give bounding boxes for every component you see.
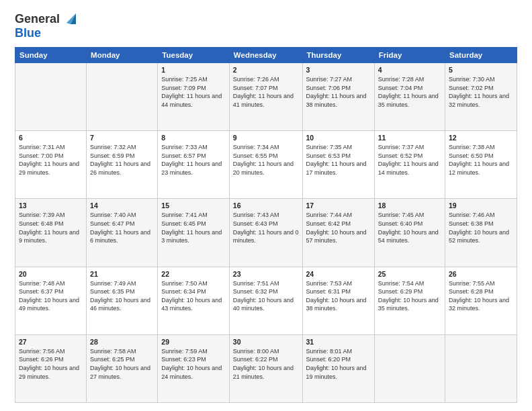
calendar-cell: 21Sunrise: 7:49 AM Sunset: 6:35 PM Dayli… xyxy=(87,267,158,334)
cell-info: Sunrise: 7:53 AM Sunset: 6:31 PM Dayligh… xyxy=(306,279,371,313)
day-number: 12 xyxy=(449,134,513,142)
cell-info: Sunrise: 7:37 AM Sunset: 6:52 PM Dayligh… xyxy=(378,143,441,177)
cell-info: Sunrise: 7:40 AM Sunset: 6:47 PM Dayligh… xyxy=(90,211,154,244)
calendar-table: SundayMondayTuesdayWednesdayThursdayFrid… xyxy=(15,47,517,403)
calendar-cell: 27Sunrise: 7:56 AM Sunset: 6:26 PM Dayli… xyxy=(15,334,87,402)
cell-info: Sunrise: 7:25 AM Sunset: 7:09 PM Dayligh… xyxy=(161,75,226,109)
calendar-cell: 14Sunrise: 7:40 AM Sunset: 6:47 PM Dayli… xyxy=(87,199,158,267)
day-number: 2 xyxy=(233,66,299,74)
calendar-cell: 22Sunrise: 7:50 AM Sunset: 6:34 PM Dayli… xyxy=(158,267,230,334)
calendar-cell xyxy=(87,63,158,131)
cell-info: Sunrise: 7:43 AM Sunset: 6:43 PM Dayligh… xyxy=(233,211,299,244)
calendar-week-row: 1Sunrise: 7:25 AM Sunset: 7:09 PM Daylig… xyxy=(15,63,517,131)
column-header-sunday: Sunday xyxy=(15,48,87,63)
column-header-tuesday: Tuesday xyxy=(158,48,230,63)
logo-blue-text: Blue xyxy=(15,26,41,40)
cell-info: Sunrise: 7:56 AM Sunset: 6:26 PM Dayligh… xyxy=(19,347,83,381)
cell-info: Sunrise: 7:59 AM Sunset: 6:23 PM Dayligh… xyxy=(161,347,226,381)
cell-info: Sunrise: 7:34 AM Sunset: 6:55 PM Dayligh… xyxy=(233,143,299,177)
calendar-cell: 26Sunrise: 7:55 AM Sunset: 6:28 PM Dayli… xyxy=(445,267,517,334)
calendar-cell: 30Sunrise: 8:00 AM Sunset: 6:22 PM Dayli… xyxy=(229,334,302,402)
day-number: 15 xyxy=(161,201,226,210)
calendar-cell xyxy=(15,63,87,131)
calendar-week-row: 6Sunrise: 7:31 AM Sunset: 7:00 PM Daylig… xyxy=(15,131,517,199)
day-number: 16 xyxy=(233,201,299,210)
cell-info: Sunrise: 7:33 AM Sunset: 6:57 PM Dayligh… xyxy=(161,143,226,177)
day-number: 8 xyxy=(161,134,226,142)
calendar-cell: 28Sunrise: 7:58 AM Sunset: 6:25 PM Dayli… xyxy=(87,334,158,402)
logo: General Blue xyxy=(15,12,76,40)
day-number: 5 xyxy=(449,66,513,74)
calendar-week-row: 20Sunrise: 7:48 AM Sunset: 6:37 PM Dayli… xyxy=(15,267,517,334)
day-number: 4 xyxy=(378,66,441,74)
calendar-cell: 2Sunrise: 7:26 AM Sunset: 7:07 PM Daylig… xyxy=(229,63,302,131)
day-number: 7 xyxy=(90,134,154,142)
calendar-cell: 13Sunrise: 7:39 AM Sunset: 6:48 PM Dayli… xyxy=(15,199,87,267)
calendar-cell: 6Sunrise: 7:31 AM Sunset: 7:00 PM Daylig… xyxy=(15,131,87,199)
day-number: 17 xyxy=(306,201,371,210)
column-header-monday: Monday xyxy=(87,48,158,63)
cell-info: Sunrise: 7:41 AM Sunset: 6:45 PM Dayligh… xyxy=(161,211,226,244)
cell-info: Sunrise: 7:51 AM Sunset: 6:32 PM Dayligh… xyxy=(233,279,299,313)
cell-info: Sunrise: 7:31 AM Sunset: 7:00 PM Dayligh… xyxy=(19,143,83,177)
day-number: 10 xyxy=(306,134,371,142)
cell-info: Sunrise: 7:48 AM Sunset: 6:37 PM Dayligh… xyxy=(19,279,83,313)
day-number: 9 xyxy=(233,134,299,142)
cell-info: Sunrise: 7:38 AM Sunset: 6:50 PM Dayligh… xyxy=(449,143,513,177)
calendar-cell xyxy=(445,334,517,402)
day-number: 20 xyxy=(19,270,83,278)
calendar-cell: 8Sunrise: 7:33 AM Sunset: 6:57 PM Daylig… xyxy=(158,131,230,199)
header-row: SundayMondayTuesdayWednesdayThursdayFrid… xyxy=(15,48,517,63)
cell-info: Sunrise: 7:46 AM Sunset: 6:38 PM Dayligh… xyxy=(449,211,513,244)
cell-info: Sunrise: 7:44 AM Sunset: 6:42 PM Dayligh… xyxy=(306,211,371,244)
calendar-cell: 29Sunrise: 7:59 AM Sunset: 6:23 PM Dayli… xyxy=(158,334,230,402)
calendar-cell: 5Sunrise: 7:30 AM Sunset: 7:02 PM Daylig… xyxy=(445,63,517,131)
calendar-cell: 25Sunrise: 7:54 AM Sunset: 6:29 PM Dayli… xyxy=(374,267,445,334)
cell-info: Sunrise: 7:54 AM Sunset: 6:29 PM Dayligh… xyxy=(378,279,441,313)
cell-info: Sunrise: 7:26 AM Sunset: 7:07 PM Dayligh… xyxy=(233,75,299,109)
column-header-saturday: Saturday xyxy=(445,48,517,63)
cell-info: Sunrise: 7:55 AM Sunset: 6:28 PM Dayligh… xyxy=(449,279,513,313)
logo-general-text: General xyxy=(15,12,60,26)
day-number: 21 xyxy=(90,270,154,278)
day-number: 30 xyxy=(233,338,299,346)
day-number: 3 xyxy=(306,66,371,74)
column-header-wednesday: Wednesday xyxy=(229,48,302,63)
calendar-cell: 16Sunrise: 7:43 AM Sunset: 6:43 PM Dayli… xyxy=(229,199,302,267)
cell-info: Sunrise: 7:58 AM Sunset: 6:25 PM Dayligh… xyxy=(90,347,154,381)
page: General Blue SundayMondayTuesdayWednesda… xyxy=(0,0,532,411)
day-number: 11 xyxy=(378,134,441,142)
day-number: 25 xyxy=(378,270,441,278)
column-header-thursday: Thursday xyxy=(302,48,374,63)
calendar-week-row: 27Sunrise: 7:56 AM Sunset: 6:26 PM Dayli… xyxy=(15,334,517,402)
calendar-cell: 23Sunrise: 7:51 AM Sunset: 6:32 PM Dayli… xyxy=(229,267,302,334)
calendar-cell: 4Sunrise: 7:28 AM Sunset: 7:04 PM Daylig… xyxy=(374,63,445,131)
day-number: 23 xyxy=(233,270,299,278)
cell-info: Sunrise: 7:30 AM Sunset: 7:02 PM Dayligh… xyxy=(449,75,513,109)
cell-info: Sunrise: 7:49 AM Sunset: 6:35 PM Dayligh… xyxy=(90,279,154,313)
calendar-cell: 20Sunrise: 7:48 AM Sunset: 6:37 PM Dayli… xyxy=(15,267,87,334)
calendar-cell: 15Sunrise: 7:41 AM Sunset: 6:45 PM Dayli… xyxy=(158,199,230,267)
day-number: 1 xyxy=(161,66,226,74)
cell-info: Sunrise: 7:35 AM Sunset: 6:53 PM Dayligh… xyxy=(306,143,371,177)
calendar-cell: 17Sunrise: 7:44 AM Sunset: 6:42 PM Dayli… xyxy=(302,199,374,267)
calendar-cell: 9Sunrise: 7:34 AM Sunset: 6:55 PM Daylig… xyxy=(229,131,302,199)
calendar-cell: 12Sunrise: 7:38 AM Sunset: 6:50 PM Dayli… xyxy=(445,131,517,199)
day-number: 13 xyxy=(19,201,83,210)
day-number: 31 xyxy=(306,338,371,346)
cell-info: Sunrise: 7:45 AM Sunset: 6:40 PM Dayligh… xyxy=(378,211,441,244)
cell-info: Sunrise: 7:27 AM Sunset: 7:06 PM Dayligh… xyxy=(306,75,371,109)
column-header-friday: Friday xyxy=(374,48,445,63)
calendar-cell: 10Sunrise: 7:35 AM Sunset: 6:53 PM Dayli… xyxy=(302,131,374,199)
calendar-cell: 18Sunrise: 7:45 AM Sunset: 6:40 PM Dayli… xyxy=(374,199,445,267)
calendar-cell: 1Sunrise: 7:25 AM Sunset: 7:09 PM Daylig… xyxy=(158,63,230,131)
day-number: 14 xyxy=(90,201,154,210)
day-number: 19 xyxy=(449,201,513,210)
calendar-cell: 7Sunrise: 7:32 AM Sunset: 6:59 PM Daylig… xyxy=(87,131,158,199)
calendar-cell: 11Sunrise: 7:37 AM Sunset: 6:52 PM Dayli… xyxy=(374,131,445,199)
day-number: 26 xyxy=(449,270,513,278)
logo-bird-icon xyxy=(61,11,76,26)
calendar-cell xyxy=(374,334,445,402)
cell-info: Sunrise: 7:50 AM Sunset: 6:34 PM Dayligh… xyxy=(161,279,226,313)
calendar-cell: 19Sunrise: 7:46 AM Sunset: 6:38 PM Dayli… xyxy=(445,199,517,267)
